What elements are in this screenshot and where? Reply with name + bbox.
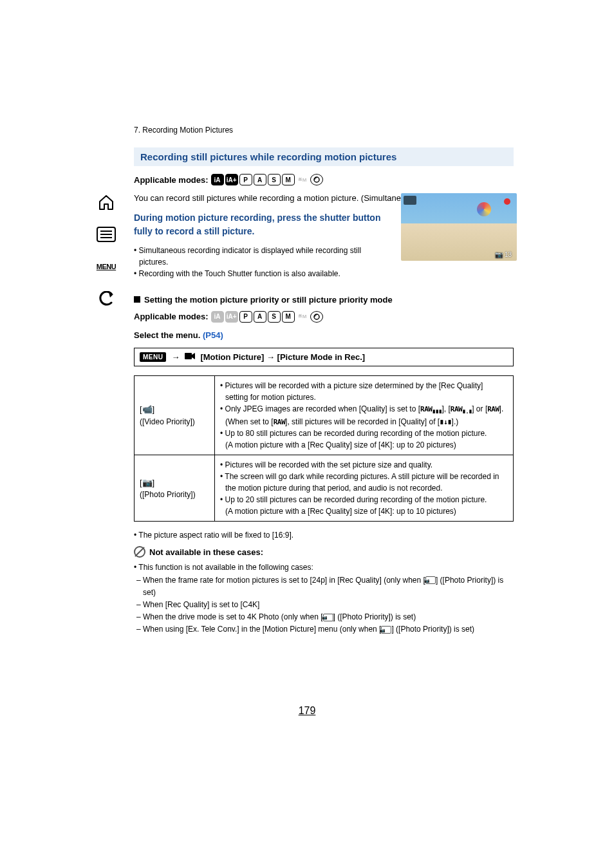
mode-c-icon xyxy=(310,311,323,323)
motion-picture-icon xyxy=(185,352,195,362)
not-available-list: This function is not available in the fo… xyxy=(134,561,514,636)
mode-iaplus-icon: iA+ xyxy=(225,311,238,323)
mode-s-icon: S xyxy=(268,174,281,185)
menu-chip-icon: MENU xyxy=(140,352,166,362)
mode-s-icon: S xyxy=(268,311,281,323)
mode-m-icon: M xyxy=(282,174,295,185)
rec-badge-icon xyxy=(404,196,416,205)
rec-indicator-icon xyxy=(504,198,510,205)
photo-priority-icon: 📷 xyxy=(323,614,333,621)
prohibited-icon xyxy=(134,546,145,558)
video-priority-desc: Pictures will be recorded with a picture… xyxy=(215,376,514,455)
table-row: [📹] ([Video Priority]) Pictures will be … xyxy=(135,376,514,455)
menu-label[interactable]: MENU xyxy=(96,258,116,276)
instruction: During motion picture recording, press t… xyxy=(134,211,391,238)
mode-mv-icon: ≝M xyxy=(296,311,309,323)
mode-iaplus-icon: iA+ xyxy=(225,174,238,185)
photo-priority-desc: Pictures will be recorded with the set p… xyxy=(215,455,514,522)
page-number: 179 xyxy=(0,705,614,717)
menu-path-box: MENU → [Motion Picture] → [Picture Mode … xyxy=(134,348,514,366)
not-available-heading: Not available in these cases: xyxy=(134,546,514,558)
table-row: [📷] ([Photo Priority]) Pictures will be … xyxy=(135,455,514,522)
menu-path: [Motion Picture] → [Picture Mode in Rec.… xyxy=(200,352,365,362)
mode-a-icon: A xyxy=(254,174,266,185)
photo-priority-icon: 📷 xyxy=(381,626,391,634)
mode-m-icon: M xyxy=(282,311,295,323)
toc-icon[interactable] xyxy=(96,225,116,243)
sidebar: MENU xyxy=(93,193,119,308)
mode-a-icon: A xyxy=(254,311,266,323)
back-icon[interactable] xyxy=(96,290,116,308)
video-priority-label: [📹] ([Video Priority]) xyxy=(135,376,215,455)
mode-p-icon: P xyxy=(239,311,252,323)
svg-rect-6 xyxy=(185,353,192,359)
mode-ia-icon: iA xyxy=(211,174,224,185)
photo-priority-icon: 📷 xyxy=(425,576,436,584)
mode-c-icon xyxy=(310,174,323,185)
thumb-counter: 📷 13 xyxy=(495,251,512,258)
beach-ball-icon xyxy=(477,202,491,216)
home-icon[interactable] xyxy=(96,193,116,211)
example-thumbnail: 📷 13 xyxy=(401,193,517,261)
aspect-ratio-note: The picture aspect ratio will be fixed t… xyxy=(134,531,514,540)
breadcrumb: 7. Recording Motion Pictures xyxy=(134,126,514,135)
priority-table: [📹] ([Video Priority]) Pictures will be … xyxy=(134,375,514,522)
page-content: 7. Recording Motion Pictures Recording s… xyxy=(134,126,514,636)
photo-priority-label: [📷] ([Photo Priority]) xyxy=(135,455,215,522)
section-title: Recording still pictures while recording… xyxy=(134,147,514,166)
applicable-modes-1: Applicable modes: iA iA+ P A S M ≝M xyxy=(134,174,514,185)
applicable-modes-2: Applicable modes: iA iA+ P A S M ≝M xyxy=(134,311,514,323)
mode-mv-icon: ≝M xyxy=(296,174,309,185)
select-menu-line: Select the menu. (P54) xyxy=(134,329,514,342)
p54-link[interactable]: (P54) xyxy=(203,330,223,340)
instruction-bullets: Simultaneous recording indicator is disp… xyxy=(134,245,391,279)
priority-subheading: Setting the motion picture priority or s… xyxy=(134,295,514,305)
mode-p-icon: P xyxy=(239,174,252,185)
mode-ia-icon: iA xyxy=(211,311,224,323)
